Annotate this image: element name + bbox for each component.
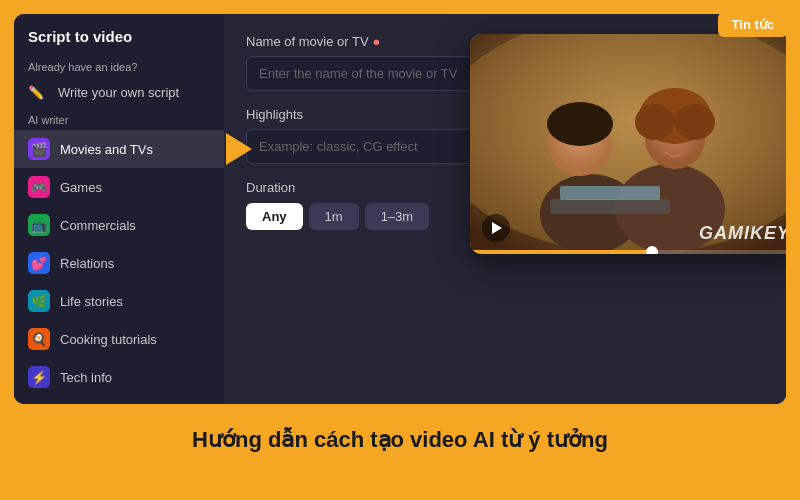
video-thumbnail <box>470 34 786 254</box>
name-input[interactable] <box>246 56 506 91</box>
sidebar-section-ai: AI writer <box>14 108 224 130</box>
tin-tuc-badge[interactable]: Tin tức <box>718 12 788 37</box>
sidebar: Script to video Already have an idea? ✏️… <box>14 14 224 404</box>
play-icon <box>492 222 502 234</box>
duration-1m-button[interactable]: 1m <box>309 203 359 230</box>
pencil-icon: ✏️ <box>28 85 44 100</box>
sidebar-item-write-script[interactable]: ✏️ Write your own script <box>14 77 224 108</box>
gamikey-watermark: GAMIKEY <box>699 223 786 244</box>
sidebar-item-games-label: Games <box>60 180 102 195</box>
svg-point-5 <box>547 102 613 146</box>
sidebar-item-other[interactable]: ≡ Other <box>14 396 224 404</box>
sidebar-section-idea: Already have an idea? <box>14 55 224 77</box>
duration-1-3m-button[interactable]: 1–3m <box>365 203 430 230</box>
video-progress-fill <box>470 250 652 254</box>
life-stories-icon: 🌿 <box>28 290 50 312</box>
sidebar-item-cooking[interactable]: 🍳 Cooking tutorials <box>14 320 224 358</box>
svg-point-9 <box>635 104 675 140</box>
sidebar-item-tech[interactable]: ⚡ Tech info <box>14 358 224 396</box>
svg-rect-11 <box>550 199 670 214</box>
sidebar-item-life-label: Life stories <box>60 294 123 309</box>
sidebar-item-commercials-label: Commercials <box>60 218 136 233</box>
sidebar-item-relations-label: Relations <box>60 256 114 271</box>
video-scene-svg <box>470 34 786 254</box>
games-icon: 🎮 <box>28 176 50 198</box>
movies-icon: 🎬 <box>28 138 50 160</box>
commercials-icon: 📺 <box>28 214 50 236</box>
sidebar-item-tech-label: Tech info <box>60 370 112 385</box>
cooking-icon: 🍳 <box>28 328 50 350</box>
sidebar-item-games[interactable]: 🎮 Games <box>14 168 224 206</box>
required-marker: ● <box>373 34 381 49</box>
tech-icon: ⚡ <box>28 366 50 388</box>
relations-icon: 💕 <box>28 252 50 274</box>
app-title: Script to video <box>14 28 224 55</box>
sidebar-item-cooking-label: Cooking tutorials <box>60 332 157 347</box>
sidebar-item-movies[interactable]: 🎬 Movies and TVs <box>14 130 224 168</box>
write-script-label: Write your own script <box>58 85 179 100</box>
sidebar-item-movies-label: Movies and TVs <box>60 142 153 157</box>
app-container: Script to video Already have an idea? ✏️… <box>14 14 786 404</box>
bottom-banner: Hướng dẫn cách tạo video AI từ ý tưởng <box>14 404 786 476</box>
video-progress-bar <box>470 250 786 254</box>
bottom-banner-text: Hướng dẫn cách tạo video AI từ ý tưởng <box>192 427 608 453</box>
highlights-input[interactable] <box>246 129 506 164</box>
sidebar-item-commercials[interactable]: 📺 Commercials <box>14 206 224 244</box>
sidebar-item-life-stories[interactable]: 🌿 Life stories <box>14 282 224 320</box>
page-wrapper: Tin tức Script to video Already have an … <box>0 0 800 500</box>
svg-rect-12 <box>560 186 660 200</box>
main-content-area: Name of movie or TV ● Highlights Duratio… <box>224 14 786 404</box>
svg-point-10 <box>675 104 715 140</box>
video-panel: GAMIKEY <box>470 34 786 254</box>
arrow-pointer-icon <box>226 133 252 165</box>
video-play-button[interactable] <box>482 214 510 242</box>
video-progress-dot <box>646 246 658 254</box>
duration-any-button[interactable]: Any <box>246 203 303 230</box>
sidebar-item-relations[interactable]: 💕 Relations <box>14 244 224 282</box>
